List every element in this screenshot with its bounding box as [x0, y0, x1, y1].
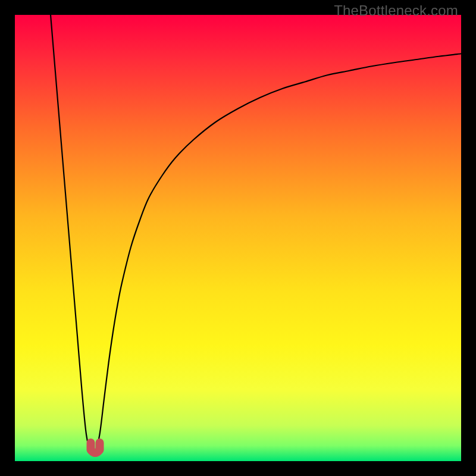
watermark-text: TheBottleneck.com	[334, 2, 458, 19]
chart-frame	[15, 15, 461, 461]
chart-svg	[15, 15, 461, 461]
